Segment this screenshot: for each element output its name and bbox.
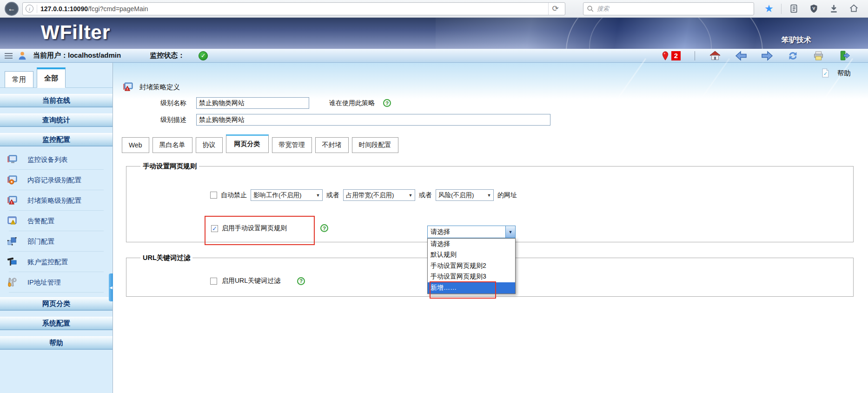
- chevron-down-icon: ▼: [485, 193, 493, 198]
- rule-select-button[interactable]: ▼: [505, 226, 515, 238]
- browser-action-icons: ★ V: [764, 4, 859, 14]
- sidebar-item-content-level[interactable]: 内容记录级别配置: [0, 170, 113, 190]
- reload-button[interactable]: ⟳: [548, 3, 562, 15]
- tab-web-category[interactable]: 网页分类: [226, 134, 269, 153]
- sidebar-tab-common[interactable]: 常用: [5, 71, 33, 88]
- statusbar-actions: 2: [661, 50, 850, 61]
- rule-select-value: 请选择: [428, 228, 505, 236]
- manual-rule-help-icon[interactable]: ?: [320, 224, 328, 232]
- refresh-icon[interactable]: [787, 50, 799, 61]
- tab-protocol[interactable]: 协议: [196, 137, 223, 153]
- svg-text:V: V: [812, 6, 815, 11]
- account-flag-icon: [7, 257, 17, 266]
- svg-text:!: !: [127, 87, 128, 91]
- app-banner: WFilter 笨驴技术: [0, 18, 868, 49]
- shield-icon[interactable]: V: [809, 4, 819, 13]
- sidebar-collapse-handle[interactable]: ◀: [109, 273, 113, 301]
- auto-block-checkbox[interactable]: [210, 192, 217, 199]
- arrow-right-icon[interactable]: [761, 51, 773, 61]
- svg-text:✓: ✓: [823, 71, 828, 76]
- info-icon[interactable]: i: [26, 5, 33, 13]
- sidebar-items: 监控设备列表 内容记录级别配置 ! 封堵策略级别配置 !: [0, 149, 113, 293]
- sidebar-item-block-policy-level[interactable]: ! 封堵策略级别配置: [0, 190, 113, 211]
- url-bar[interactable]: i 127.0.0.1:10090/fcgi?cmd=pageMain ⟳: [22, 2, 565, 15]
- collapse-icon: ◀: [109, 286, 112, 290]
- who-uses-label: 谁在使用此策略: [329, 99, 375, 107]
- print-icon[interactable]: [813, 51, 824, 61]
- page: ← i 127.0.0.1:10090/fcgi?cmd=pageMain ⟳ …: [0, 0, 868, 393]
- browser-toolbar: ← i 127.0.0.1:10090/fcgi?cmd=pageMain ⟳ …: [0, 0, 868, 18]
- tab-time-period[interactable]: 时间段配置: [352, 137, 398, 153]
- page-title: ! 封堵策略定义: [123, 82, 180, 92]
- sidebar-item-account-monitor[interactable]: 账户监控配置: [0, 252, 113, 272]
- block-policy-icon: !: [123, 82, 133, 92]
- sidebar-item-device-list[interactable]: 监控设备列表: [0, 149, 113, 170]
- window-warning-icon: !: [7, 216, 17, 226]
- or-label-2: 或者: [419, 191, 432, 200]
- url-keyword-help-icon[interactable]: ?: [297, 277, 305, 285]
- monitor-icon: [7, 155, 17, 164]
- bookmark-star-icon[interactable]: ★: [764, 4, 774, 14]
- tab-bandwidth[interactable]: 带宽管理: [272, 137, 312, 153]
- status-bar: 当前用户：localhost/admin 监控状态： ✓ 2: [0, 49, 868, 63]
- enable-manual-rule-checkbox[interactable]: ✓: [211, 225, 218, 232]
- help-link[interactable]: ✓ 帮助: [821, 68, 851, 78]
- sidebar-section-monitor-config[interactable]: 监控配置: [0, 133, 113, 147]
- sidebar-section-web-category[interactable]: 网页分类: [0, 297, 113, 311]
- auto-block-label: 自动禁止: [221, 191, 247, 200]
- enable-url-keyword-checkbox[interactable]: [210, 278, 217, 285]
- name-input[interactable]: 禁止购物类网站: [196, 97, 309, 109]
- arrow-left-icon[interactable]: [735, 51, 747, 61]
- home-nav-icon[interactable]: [709, 50, 721, 61]
- search-box[interactable]: [583, 2, 754, 15]
- logout-icon[interactable]: [838, 50, 850, 61]
- option-add-new[interactable]: 新增……: [428, 282, 515, 293]
- bookmarks-menu-icon[interactable]: [789, 4, 799, 13]
- sidebar-section-help[interactable]: 帮助: [0, 336, 113, 350]
- chevron-down-icon: ▼: [509, 230, 513, 234]
- tab-no-block[interactable]: 不封堵: [315, 137, 349, 153]
- rule-select[interactable]: 请选择 ▼: [427, 226, 516, 238]
- name-label: 级别名称: [160, 99, 196, 107]
- divider: [695, 51, 695, 60]
- back-icon: ←: [8, 4, 16, 13]
- work-impact-select[interactable]: 影响工作(不启用)▼: [251, 189, 323, 201]
- help-doc-icon: ✓: [821, 68, 830, 78]
- main-content: ✓ 帮助 ! 封堵策略定义 级别名称 禁止购物类网站 谁在使用此策略 ? 级别描…: [113, 63, 868, 393]
- user-avatar-icon: [17, 51, 27, 61]
- downloads-icon[interactable]: [829, 4, 839, 13]
- risk-select[interactable]: 风险(不启用)▼: [436, 189, 494, 201]
- sidebar-section-online[interactable]: 当前在线: [0, 94, 113, 107]
- monitor-status-label: 监控状态：: [150, 51, 185, 60]
- alerts-indicator[interactable]: 2: [661, 51, 681, 61]
- url-suffix-label: 的网址: [497, 191, 517, 200]
- desc-input[interactable]: 禁止购物类网站: [196, 114, 550, 126]
- sidebar-item-department-config[interactable]: 部门配置: [0, 231, 113, 252]
- sidebar-section-system-config[interactable]: 系统配置: [0, 317, 113, 330]
- who-help-icon[interactable]: ?: [383, 99, 391, 107]
- search-input[interactable]: [597, 5, 750, 12]
- menu-icon[interactable]: [5, 53, 13, 59]
- name-row: 级别名称 禁止购物类网站 谁在使用此策略 ?: [160, 97, 391, 109]
- tab-web[interactable]: Web: [122, 137, 149, 153]
- sidebar-section-stats[interactable]: 查询统计: [0, 113, 113, 127]
- home-icon[interactable]: [849, 4, 859, 13]
- app-body: 常用 全部 当前在线 查询统计 监控配置 监控设备列表 内容记录级别配置: [0, 63, 868, 393]
- or-label-1: 或者: [326, 191, 339, 200]
- tab-blackwhite-list[interactable]: 黑白名单: [152, 137, 192, 153]
- sidebar-tab-all[interactable]: 全部: [37, 67, 66, 88]
- url-text[interactable]: 127.0.0.1:10090/fcgi?cmd=pageMain: [40, 5, 545, 13]
- tools-icon: [7, 278, 17, 287]
- option-please-select[interactable]: 请选择: [428, 239, 515, 250]
- chevron-down-icon: ▼: [406, 193, 415, 198]
- sidebar-item-alarm-config[interactable]: ! 告警配置: [0, 211, 113, 231]
- sidebar-item-ip-management[interactable]: IP地址管理: [0, 272, 113, 293]
- option-manual-rule-3[interactable]: 手动设置网页规则3: [428, 272, 515, 283]
- option-manual-rule-2[interactable]: 手动设置网页规则2: [428, 260, 515, 272]
- bandwidth-usage-select[interactable]: 占用带宽(不启用)▼: [343, 189, 415, 201]
- header-decoration: [113, 63, 868, 99]
- option-default-rule[interactable]: 默认规则: [428, 250, 515, 261]
- alert-count-badge: 2: [671, 51, 681, 60]
- sidebar: 常用 全部 当前在线 查询统计 监控配置 监控设备列表 内容记录级别配置: [0, 63, 113, 393]
- back-button[interactable]: ←: [5, 2, 19, 16]
